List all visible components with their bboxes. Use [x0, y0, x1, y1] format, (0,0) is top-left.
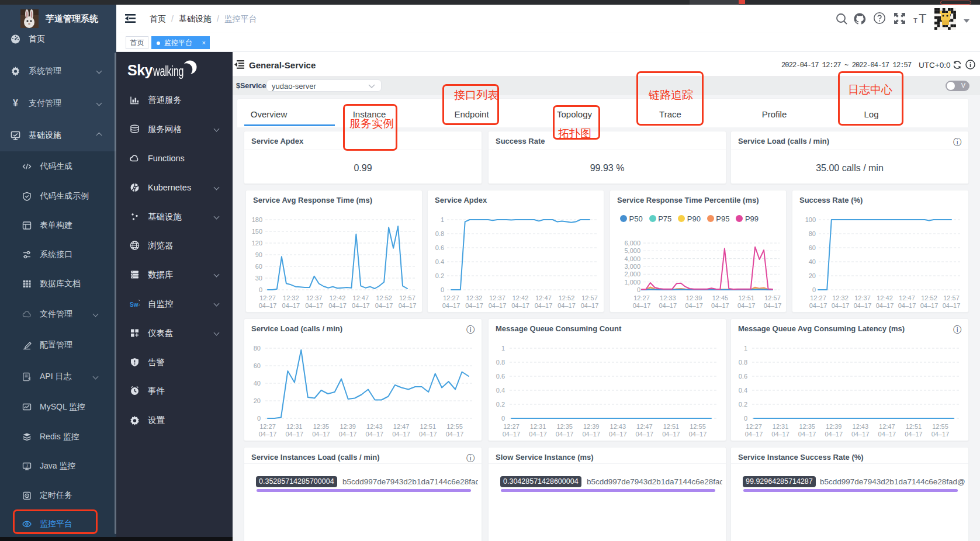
- svg-text:04–17: 04–17: [282, 302, 300, 309]
- svg-text:60: 60: [254, 362, 261, 369]
- svg-text:12:47: 12:47: [393, 423, 410, 430]
- svg-text:12:55: 12:55: [446, 423, 463, 430]
- svg-text:04–17: 04–17: [633, 302, 651, 309]
- svg-text:0.6: 0.6: [739, 373, 747, 380]
- svg-text:1: 1: [441, 216, 444, 223]
- svg-text:80: 80: [254, 345, 261, 352]
- svg-text:12:27: 12:27: [443, 294, 459, 301]
- svg-text:12:33: 12:33: [660, 294, 676, 301]
- svg-text:04–17: 04–17: [259, 302, 277, 309]
- svg-text:04–17: 04–17: [689, 431, 707, 438]
- svg-text:12:52: 12:52: [559, 294, 575, 301]
- svg-text:04–17: 04–17: [511, 302, 529, 309]
- svg-text:12:27: 12:27: [633, 294, 650, 301]
- svg-text:12:42: 12:42: [512, 294, 529, 301]
- svg-text:12:57: 12:57: [399, 294, 415, 301]
- svg-text:04–17: 04–17: [711, 302, 729, 309]
- svg-text:0.2: 0.2: [739, 401, 747, 408]
- svg-text:150: 150: [252, 228, 262, 235]
- svg-text:12:37: 12:37: [489, 294, 505, 301]
- svg-text:04–17: 04–17: [825, 431, 843, 438]
- svg-text:12:57: 12:57: [943, 294, 960, 301]
- svg-text:0.8: 0.8: [496, 359, 505, 366]
- svg-text:04–17: 04–17: [259, 431, 277, 438]
- svg-text:12:27: 12:27: [746, 423, 762, 430]
- svg-text:04–17: 04–17: [764, 302, 782, 309]
- svg-text:04–17: 04–17: [809, 302, 827, 309]
- svg-text:1,000: 1,000: [624, 279, 640, 286]
- svg-text:12:37: 12:37: [306, 294, 323, 301]
- svg-text:12:42: 12:42: [330, 294, 346, 301]
- svg-text:т: т: [913, 15, 917, 25]
- svg-text:0: 0: [501, 415, 505, 422]
- svg-text:04–17: 04–17: [581, 302, 599, 309]
- svg-text:12:57: 12:57: [764, 294, 781, 301]
- svg-text:12:52: 12:52: [376, 294, 392, 301]
- svg-text:04–17: 04–17: [582, 431, 600, 438]
- svg-text:12:47: 12:47: [535, 294, 552, 301]
- svg-text:60: 60: [809, 244, 816, 251]
- svg-text:12:39: 12:39: [340, 423, 356, 430]
- svg-text:0: 0: [441, 286, 444, 293]
- svg-text:12:27: 12:27: [259, 294, 276, 301]
- svg-text:5,000: 5,000: [624, 247, 640, 254]
- svg-text:12:31: 12:31: [773, 423, 789, 430]
- svg-text:04–17: 04–17: [489, 302, 507, 309]
- svg-text:20: 20: [254, 397, 261, 404]
- svg-text:04–17: 04–17: [392, 431, 410, 438]
- svg-text:04–17: 04–17: [399, 302, 417, 309]
- svg-text:80: 80: [809, 230, 816, 237]
- svg-text:04–17: 04–17: [557, 302, 576, 309]
- svg-text:0: 0: [257, 415, 261, 422]
- svg-text:2,000: 2,000: [624, 270, 640, 278]
- svg-text:12:43: 12:43: [610, 423, 626, 430]
- svg-text:12:47: 12:47: [899, 294, 915, 301]
- svg-text:04–17: 04–17: [535, 302, 553, 309]
- svg-text:04–17: 04–17: [920, 302, 939, 309]
- svg-text:Sw: Sw: [130, 301, 138, 308]
- svg-text:04–17: 04–17: [662, 431, 680, 438]
- svg-text:04–17: 04–17: [854, 302, 872, 309]
- svg-text:04–17: 04–17: [442, 302, 460, 309]
- svg-text:04–17: 04–17: [556, 431, 574, 438]
- svg-text:04–17: 04–17: [446, 431, 464, 438]
- svg-text:04–17: 04–17: [685, 302, 703, 309]
- svg-text:04–17: 04–17: [737, 302, 756, 309]
- svg-text:12:47: 12:47: [353, 294, 369, 301]
- svg-text:120: 120: [252, 240, 262, 247]
- svg-text:0.8: 0.8: [435, 230, 444, 237]
- svg-text:04–17: 04–17: [832, 302, 850, 309]
- svg-text:04–17: 04–17: [503, 431, 521, 438]
- svg-text:12:47: 12:47: [636, 423, 653, 430]
- svg-text:0: 0: [812, 286, 816, 293]
- svg-text:12:35: 12:35: [799, 423, 815, 430]
- svg-text:04–17: 04–17: [285, 431, 303, 438]
- svg-text:¥: ¥: [13, 98, 18, 108]
- svg-text:12:32: 12:32: [283, 294, 299, 301]
- svg-text:40: 40: [809, 258, 816, 265]
- svg-text:04–17: 04–17: [352, 302, 370, 309]
- svg-text:12:51: 12:51: [906, 423, 922, 430]
- svg-text:12:39: 12:39: [826, 423, 842, 430]
- svg-text:04–17: 04–17: [905, 431, 923, 438]
- svg-text:0.4: 0.4: [496, 387, 505, 394]
- svg-text:04–17: 04–17: [609, 431, 627, 438]
- svg-text:180: 180: [252, 216, 262, 223]
- svg-text:04–17: 04–17: [851, 431, 870, 438]
- svg-text:04–17: 04–17: [943, 302, 961, 309]
- svg-text:100: 100: [805, 216, 816, 223]
- svg-text:12:35: 12:35: [313, 423, 330, 430]
- svg-text:12:55: 12:55: [932, 423, 948, 430]
- svg-text:04–17: 04–17: [305, 302, 323, 309]
- svg-text:12:51: 12:51: [420, 423, 437, 430]
- svg-text:0.4: 0.4: [739, 387, 747, 394]
- svg-text:12:43: 12:43: [366, 423, 383, 430]
- svg-text:04–17: 04–17: [745, 431, 763, 438]
- svg-text:12:27: 12:27: [503, 423, 520, 430]
- svg-text:12:55: 12:55: [690, 423, 706, 430]
- svg-text:04–17: 04–17: [898, 302, 916, 309]
- svg-text:0: 0: [259, 286, 262, 293]
- svg-text:20: 20: [809, 272, 816, 279]
- svg-text:12:51: 12:51: [738, 294, 754, 301]
- svg-text:T: T: [919, 11, 926, 26]
